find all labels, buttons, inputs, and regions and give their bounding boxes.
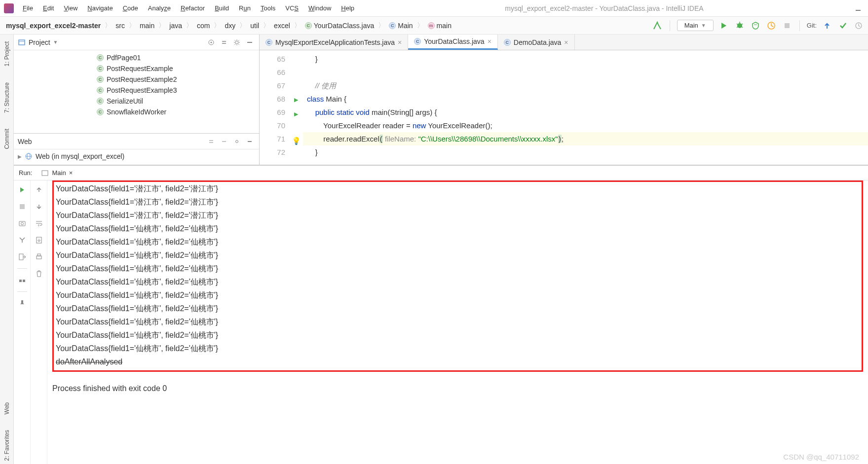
exit-message: Process finished with exit code 0 <box>52 382 863 395</box>
git-pull-icon[interactable] <box>822 20 832 31</box>
project-tree[interactable]: CPdfPage01CPostRequestExampleCPostReques… <box>14 50 259 133</box>
run-output[interactable]: YourDataClass{field1='潜江市', field2='潜江市'… <box>47 180 868 464</box>
tab-label: YourDataClass.java <box>424 37 484 45</box>
crumb-excel[interactable]: excel <box>272 21 292 31</box>
line-gutter[interactable]: 6566676869707172 <box>260 50 289 165</box>
rail-commit[interactable]: Commit <box>3 126 10 152</box>
scroll-icon[interactable] <box>34 235 44 246</box>
tree-item[interactable]: CSnowflakeIdWorker <box>93 107 259 117</box>
up-icon[interactable] <box>34 184 44 195</box>
settings-icon[interactable] <box>231 136 242 147</box>
menu-file[interactable]: File <box>19 2 37 14</box>
output-line: YourDataClass{field1='仙桃市', field2='仙桃市'… <box>56 288 860 302</box>
hide-icon[interactable] <box>244 136 255 147</box>
tree-item[interactable]: CPostRequestExample3 <box>93 85 259 96</box>
rail-web[interactable]: Web <box>3 399 10 417</box>
run-gutter-icon[interactable]: ▶ <box>294 97 298 103</box>
crumb-util[interactable]: util <box>248 21 261 31</box>
tree-item[interactable]: CPostRequestExample <box>93 63 259 74</box>
screenshot-icon[interactable] <box>17 218 28 229</box>
run-config-selector[interactable]: Main ▼ <box>677 20 714 31</box>
output-line: doAfterAllAnalysed <box>56 355 860 368</box>
editor-tab[interactable]: CMysqlExportExcelApplicationTests.java× <box>260 35 408 50</box>
close-icon[interactable]: × <box>564 38 568 46</box>
tree-item[interactable]: CPostRequestExample2 <box>93 74 259 85</box>
crumb-java[interactable]: java <box>167 21 184 31</box>
menu-edit[interactable]: Edit <box>39 2 58 14</box>
hide-panel-icon[interactable] <box>244 37 255 48</box>
clear-icon[interactable] <box>34 268 44 279</box>
menu-analyze[interactable]: Analyze <box>144 2 175 14</box>
wrap-icon[interactable] <box>34 218 44 229</box>
close-icon[interactable]: × <box>398 38 402 46</box>
stop-button[interactable] <box>17 201 28 212</box>
chevron-down-icon[interactable]: ▼ <box>53 39 58 45</box>
rerun-button[interactable] <box>17 184 28 195</box>
profile-button[interactable] <box>766 20 777 31</box>
menu-vcs[interactable]: VCS <box>281 2 302 14</box>
locate-icon[interactable] <box>206 37 217 48</box>
close-icon[interactable]: × <box>488 37 491 45</box>
close-icon[interactable]: × <box>69 169 73 177</box>
editor-tab[interactable]: CDemoData.java× <box>498 35 575 50</box>
editor-body[interactable]: 6566676869707172 ▶▶ 💡 } // 使用class Main … <box>260 50 868 165</box>
web-panel-header: Web <box>14 134 259 149</box>
git-commit-icon[interactable] <box>837 20 848 31</box>
down-icon[interactable] <box>34 201 44 212</box>
expand-all-icon[interactable] <box>219 37 229 48</box>
menu-help[interactable]: Help <box>337 2 358 14</box>
layout-icon[interactable] <box>17 235 28 246</box>
menu-run[interactable]: Run <box>235 2 255 14</box>
exit-icon[interactable] <box>17 251 28 262</box>
run-config-tab[interactable]: Main × <box>37 168 76 178</box>
menu-code[interactable]: Code <box>119 2 142 14</box>
tree-item[interactable]: CSerializeUtil <box>93 96 259 107</box>
output-line: YourDataClass{field1='仙桃市', field2='仙桃市'… <box>56 315 860 328</box>
expand-icon[interactable] <box>206 136 217 147</box>
dump-icon[interactable] <box>17 275 28 286</box>
run-toolbar-right <box>31 180 47 464</box>
svg-rect-26 <box>19 280 22 282</box>
crumb-src[interactable]: src <box>113 21 127 31</box>
bulb-icon[interactable]: 💡 <box>292 137 301 145</box>
code-content[interactable]: } // 使用class Main { public static void m… <box>303 50 868 165</box>
editor-tab[interactable]: CYourDataClass.java× <box>408 35 498 50</box>
coverage-button[interactable] <box>750 20 761 31</box>
editor-area: CMysqlExportExcelApplicationTests.java×C… <box>260 35 868 165</box>
crumb-main[interactable]: main <box>138 21 156 31</box>
menu-refactor[interactable]: Refactor <box>177 2 209 14</box>
crumb-file[interactable]: CYourDataClass.java <box>303 21 376 31</box>
web-tree-item[interactable]: ▶ Web (in mysql_export_excel) <box>18 151 255 161</box>
run-gutter-icon[interactable]: ▶ <box>294 111 298 117</box>
settings-icon[interactable] <box>231 37 242 48</box>
run-label: Run: <box>19 169 32 177</box>
build-icon[interactable] <box>652 20 663 31</box>
menu-view[interactable]: View <box>60 2 81 14</box>
tab-label: DemoData.java <box>514 38 562 46</box>
print-icon[interactable] <box>34 251 44 262</box>
svg-point-24 <box>21 222 23 225</box>
menu-window[interactable]: Window <box>304 2 335 14</box>
crumb-class[interactable]: CMain <box>387 21 415 31</box>
minimize-button[interactable] <box>852 2 864 14</box>
crumb-method[interactable]: mmain <box>426 21 453 31</box>
collapse-icon[interactable] <box>219 136 229 147</box>
run-button[interactable] <box>718 20 729 31</box>
debug-button[interactable] <box>734 20 745 31</box>
crumb-root[interactable]: mysql_export_excel2-master <box>4 21 103 31</box>
git-history-icon[interactable] <box>853 20 864 31</box>
rail-structure[interactable]: 7: Structure <box>3 79 10 116</box>
menu-tools[interactable]: Tools <box>257 2 279 14</box>
rail-favorites[interactable]: 2: Favorites <box>3 427 10 464</box>
stop-button[interactable] <box>782 20 793 31</box>
menu-navigate[interactable]: Navigate <box>83 2 116 14</box>
crumb-dxy[interactable]: dxy <box>223 21 237 31</box>
rail-project[interactable]: 1: Project <box>3 38 10 70</box>
pin-icon[interactable] <box>17 298 28 309</box>
svg-point-16 <box>236 140 238 143</box>
class-icon: C <box>389 22 396 29</box>
output-line: YourDataClass{field1='仙桃市', field2='仙桃市'… <box>56 235 860 249</box>
menu-build[interactable]: Build <box>211 2 233 14</box>
tree-item[interactable]: CPdfPage01 <box>93 52 259 63</box>
crumb-com[interactable]: com <box>195 21 212 31</box>
